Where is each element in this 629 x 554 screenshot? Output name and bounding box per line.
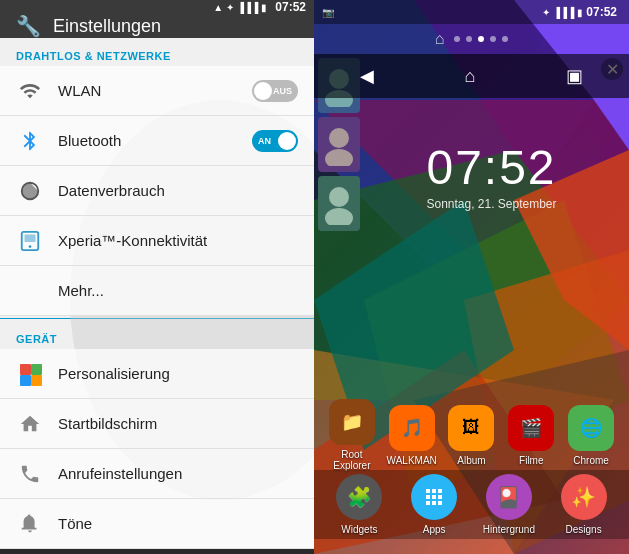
dot-2 (466, 36, 472, 42)
apps-dock: 📁 Root Explorer 🎵 WALKMAN 🖼 Album 🎬 (314, 400, 629, 510)
status-icons-left: ▲ ✦ ▐▐▐ ▮ (213, 2, 267, 13)
designs-icon: ✨ (561, 474, 607, 520)
clock-widget: 07:52 Sonntag, 21. September (374, 140, 609, 211)
battery-status-icon: ▮ (261, 2, 267, 13)
settings-list: DRAHTLOS & NETZWERKE WLAN AUS Bluetooth (0, 38, 314, 549)
bluetooth-toggle[interactable]: AN (252, 130, 298, 152)
wlan-toggle-label: AUS (273, 86, 292, 96)
calls-label: Anrufeinstellungen (58, 465, 298, 482)
status-bar-right: 📷 ✦ ▐▐▐ ▮ 07:52 (314, 0, 629, 24)
homescreen-icon (16, 410, 44, 438)
settings-item-more[interactable]: Mehr... (0, 266, 314, 316)
root-explorer-label: Root Explorer (322, 449, 382, 471)
status-bar-left: ▲ ✦ ▐▐▐ ▮ 07:52 (0, 0, 314, 14)
app-item-filme[interactable]: 🎬 Filme (501, 405, 561, 466)
svg-point-3 (29, 245, 32, 248)
clock-time: 07:52 (374, 140, 609, 195)
status-time-right: 07:52 (586, 5, 617, 19)
section-header-network: DRAHTLOS & NETZWERKE (0, 38, 314, 66)
battery-status-right-icon: ▮ (577, 7, 583, 18)
wlan-label: WLAN (58, 82, 238, 99)
svg-point-25 (329, 187, 349, 207)
recent-button-left[interactable]: ▣ (232, 549, 289, 554)
back-button-right[interactable]: ◀ (340, 57, 394, 95)
more-placeholder-icon (16, 277, 44, 305)
section-divider (0, 318, 314, 319)
calls-icon (16, 460, 44, 488)
wlan-toggle-knob (254, 82, 272, 100)
back-button-left[interactable]: ◀ (25, 549, 79, 554)
tone-icon (16, 510, 44, 538)
signal-status-icon: ▐▐▐ (237, 2, 258, 13)
hintergrund-label: Hintergrund (483, 524, 535, 535)
xperia-label: Xperia™-Konnektivität (58, 232, 298, 249)
bluetooth-toggle-label: AN (258, 136, 271, 146)
bottom-apps-row: 🧩 Widgets Apps 🎴 Hintergrund (314, 470, 629, 539)
wlan-toggle[interactable]: AUS (252, 80, 298, 102)
svg-point-23 (329, 128, 349, 148)
app-item-hintergrund[interactable]: 🎴 Hintergrund (479, 474, 539, 535)
nav-bar-left: ◀ ⌂ ▣ (0, 549, 314, 554)
status-time-left: 07:52 (275, 0, 306, 14)
app-item-apps[interactable]: Apps (404, 474, 464, 535)
settings-item-personalization[interactable]: Personalisierung (0, 349, 314, 399)
clock-date: Sonntag, 21. September (374, 197, 609, 211)
widgets-icon: 🧩 (336, 474, 382, 520)
wifi-status-icon: ▲ (213, 2, 223, 13)
status-icons-right: ✦ ▐▐▐ ▮ 07:52 (542, 5, 617, 19)
side-app-icon-2[interactable] (318, 117, 360, 172)
dot-4 (490, 36, 496, 42)
svg-rect-4 (20, 364, 31, 375)
settings-header: 🔧 Einstellungen (0, 14, 314, 38)
widgets-label: Widgets (341, 524, 377, 535)
app-item-designs[interactable]: ✨ Designs (554, 474, 614, 535)
bluetooth-label: Bluetooth (58, 132, 238, 149)
wlan-icon (16, 77, 44, 105)
filme-label: Filme (519, 455, 543, 466)
app-item-walkman[interactable]: 🎵 WALKMAN (382, 405, 442, 466)
hintergrund-icon: 🎴 (486, 474, 532, 520)
photo-status-icon: 📷 (322, 7, 334, 18)
settings-item-homescreen[interactable]: Startbildschirm (0, 399, 314, 449)
notification-bar: ⌂ (314, 24, 629, 54)
personalization-label: Personalisierung (58, 365, 298, 382)
home-screen-panel: 📷 ✦ ▐▐▐ ▮ 07:52 ⌂ ✕ (314, 0, 629, 554)
data-usage-icon (16, 177, 44, 205)
settings-item-tone[interactable]: Töne (0, 499, 314, 549)
filme-icon: 🎬 (508, 405, 554, 451)
app-item-root-explorer[interactable]: 📁 Root Explorer (322, 399, 382, 471)
settings-item-wlan[interactable]: WLAN AUS (0, 66, 314, 116)
svg-rect-2 (25, 234, 36, 241)
settings-item-data[interactable]: Datenverbrauch (0, 166, 314, 216)
root-explorer-icon: 📁 (329, 399, 375, 445)
side-app-icon-3[interactable] (318, 176, 360, 231)
personalization-icon (16, 360, 44, 388)
settings-wrench-icon: 🔧 (16, 14, 41, 38)
settings-item-xperia[interactable]: Xperia™-Konnektivität (0, 216, 314, 266)
dot-1 (454, 36, 460, 42)
home-button-right[interactable]: ⌂ (445, 58, 496, 95)
app-item-album[interactable]: 🖼 Album (442, 405, 502, 466)
xperia-icon (16, 227, 44, 255)
dot-5 (502, 36, 508, 42)
settings-item-bluetooth[interactable]: Bluetooth AN (0, 116, 314, 166)
bt-status-right-icon: ✦ (542, 7, 550, 18)
svg-rect-5 (31, 364, 42, 375)
settings-title: Einstellungen (53, 16, 161, 37)
recent-button-right[interactable]: ▣ (546, 57, 603, 95)
chrome-icon: 🌐 (568, 405, 614, 451)
app-item-widgets[interactable]: 🧩 Widgets (329, 474, 389, 535)
bluetooth-icon (16, 127, 44, 155)
nav-bar-right: ◀ ⌂ ▣ (314, 54, 629, 98)
settings-item-calls[interactable]: Anrufeinstellungen (0, 449, 314, 499)
data-label: Datenverbrauch (58, 182, 298, 199)
tone-label: Töne (58, 515, 298, 532)
signal-status-right-icon: ▐▐▐ (553, 7, 574, 18)
homescreen-label: Startbildschirm (58, 415, 298, 432)
svg-rect-7 (31, 375, 42, 386)
apps-row-main: 📁 Root Explorer 🎵 WALKMAN 🖼 Album 🎬 (314, 400, 629, 470)
home-top-icon: ⌂ (435, 30, 445, 48)
settings-panel: ▲ ✦ ▐▐▐ ▮ 07:52 🔧 Einstellungen DRAHTLOS… (0, 0, 314, 554)
home-button-left[interactable]: ⌂ (130, 550, 181, 555)
app-item-chrome[interactable]: 🌐 Chrome (561, 405, 621, 466)
